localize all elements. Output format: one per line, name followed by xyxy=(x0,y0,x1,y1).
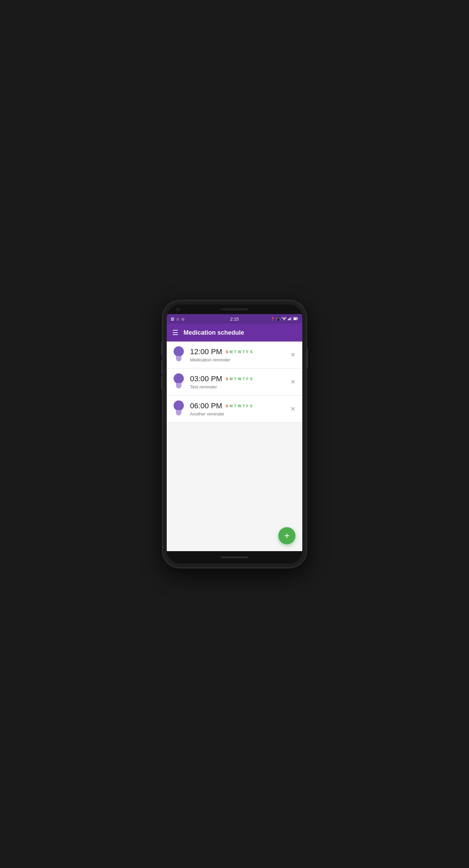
reminder-label: Medication reminder xyxy=(190,357,284,362)
phone-screen: 🖼 ⚠ ◎ 2:15 📍 📳 xyxy=(167,305,302,563)
day-letter: F xyxy=(246,377,249,381)
day-letter: W xyxy=(238,404,241,408)
status-left-icons: 🖼 ⚠ ◎ xyxy=(171,317,185,321)
day-letter: F xyxy=(246,404,249,408)
day-letter: M xyxy=(230,404,233,408)
pill-icon xyxy=(172,400,185,418)
day-letter: T xyxy=(243,350,245,354)
content-area: 12:00 PM SMTWTFS Medication reminder ✕ 0… xyxy=(167,342,302,551)
reminder-time: 03:00 PM xyxy=(190,374,222,383)
day-letter: M xyxy=(230,350,233,354)
reminder-info: 03:00 PM SMTWTFS Test reminder xyxy=(190,374,284,389)
svg-rect-6 xyxy=(294,318,296,320)
reminder-time: 12:00 PM xyxy=(190,347,222,356)
phone-top-bar xyxy=(167,305,302,314)
reminder-label: Test reminder xyxy=(190,384,284,389)
pill-icon xyxy=(172,346,185,363)
image-icon: 🖼 xyxy=(171,317,174,321)
app-screen: 🖼 ⚠ ◎ 2:15 📍 📳 xyxy=(167,314,302,551)
battery-icon xyxy=(293,317,298,321)
add-reminder-button[interactable]: + xyxy=(278,527,295,544)
pill-bottom xyxy=(176,410,181,416)
app-title: Medication schedule xyxy=(183,329,244,336)
signal-icon xyxy=(288,317,292,321)
day-letter: W xyxy=(238,350,241,354)
front-camera xyxy=(176,308,180,311)
wifi-icon xyxy=(282,317,287,321)
day-letter: S xyxy=(250,377,253,381)
home-bar xyxy=(221,557,248,558)
svg-rect-5 xyxy=(297,318,298,319)
reminder-item[interactable]: 12:00 PM SMTWTFS Medication reminder ✕ xyxy=(167,342,302,369)
day-letter: S xyxy=(226,350,228,354)
phone-speaker xyxy=(221,308,248,310)
day-letter: S xyxy=(250,404,253,408)
phone-bottom-bar xyxy=(167,551,302,563)
svg-rect-0 xyxy=(288,319,289,320)
day-letter: S xyxy=(250,350,253,354)
pill-top xyxy=(174,346,184,357)
day-letter: F xyxy=(246,350,249,354)
vibrate-icon: 📳 xyxy=(276,317,280,321)
svg-rect-1 xyxy=(289,318,290,320)
pill-bottom xyxy=(176,356,181,361)
reminder-time-row: 12:00 PM SMTWTFS xyxy=(190,347,284,356)
app-bar: ☰ Medication schedule xyxy=(167,324,302,342)
reminder-time-row: 03:00 PM SMTWTFS xyxy=(190,374,284,383)
reminder-info: 12:00 PM SMTWTFS Medication reminder xyxy=(190,347,284,362)
reminder-info: 06:00 PM SMTWTFS Another reminder xyxy=(190,401,284,417)
phone-device: 🖼 ⚠ ◎ 2:15 📍 📳 xyxy=(163,300,306,568)
delete-reminder-button[interactable]: ✕ xyxy=(289,350,297,360)
day-letter: M xyxy=(230,377,233,381)
day-letter: T xyxy=(243,404,245,408)
status-bar: 🖼 ⚠ ◎ 2:15 📍 📳 xyxy=(167,314,302,324)
days-row: SMTWTFS xyxy=(226,404,253,408)
day-letter: S xyxy=(226,404,228,408)
pill-top xyxy=(174,400,184,411)
pill-top xyxy=(174,373,184,384)
day-letter: T xyxy=(234,350,237,354)
plus-icon: + xyxy=(284,530,290,541)
day-letter: W xyxy=(238,377,241,381)
reminder-time: 06:00 PM xyxy=(190,401,222,410)
day-letter: T xyxy=(234,404,237,408)
reminder-label: Another reminder xyxy=(190,411,284,417)
days-row: SMTWTFS xyxy=(226,377,253,381)
location-icon: 📍 xyxy=(271,317,275,321)
status-time: 2:15 xyxy=(230,317,239,322)
target-icon: ◎ xyxy=(181,317,185,321)
day-letter: T xyxy=(243,377,245,381)
alert-icon: ⚠ xyxy=(176,317,179,321)
pill-bottom xyxy=(176,383,181,388)
status-right-icons: 📍 📳 xyxy=(271,317,298,321)
delete-reminder-button[interactable]: ✕ xyxy=(289,404,297,414)
day-letter: T xyxy=(234,377,237,381)
hamburger-menu-button[interactable]: ☰ xyxy=(172,328,178,337)
delete-reminder-button[interactable]: ✕ xyxy=(289,377,297,387)
reminder-item[interactable]: 06:00 PM SMTWTFS Another reminder ✕ xyxy=(167,396,302,423)
svg-rect-3 xyxy=(291,317,292,320)
days-row: SMTWTFS xyxy=(226,350,253,354)
reminder-item[interactable]: 03:00 PM SMTWTFS Test reminder ✕ xyxy=(167,369,302,396)
svg-rect-2 xyxy=(290,318,291,320)
day-letter: S xyxy=(226,377,228,381)
pill-icon xyxy=(172,373,185,390)
reminder-time-row: 06:00 PM SMTWTFS xyxy=(190,401,284,410)
